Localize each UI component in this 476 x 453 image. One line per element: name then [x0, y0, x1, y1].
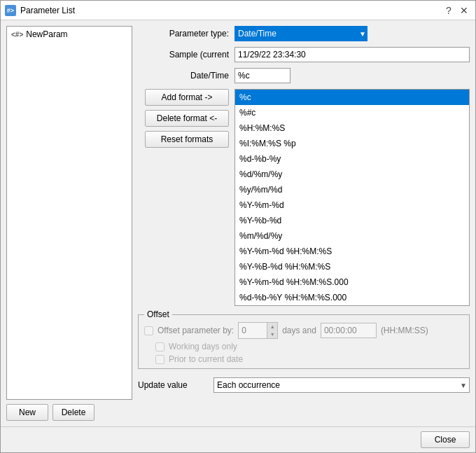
format-list-item[interactable]: %Y-%m-%d %H:%M:%S [235, 244, 469, 259]
param-type-select[interactable]: Date/Time [234, 26, 368, 41]
window-icon: #> [5, 5, 16, 16]
format-list-item[interactable]: %c [235, 90, 469, 105]
offset-checkbox[interactable] [144, 326, 153, 335]
window-title: Parameter List [20, 6, 75, 15]
format-list-item[interactable]: %Y-%m-%d [235, 197, 469, 213]
sample-row: Sample (current 11/29/22 23:34:30 [138, 47, 470, 62]
format-list-item[interactable]: %d/%m/%y [235, 167, 469, 182]
delete-button[interactable]: Delete [52, 404, 94, 421]
format-list-item[interactable]: %#c [235, 105, 469, 120]
add-format-button[interactable]: Add format -> [145, 89, 229, 106]
update-value-select[interactable]: Each occurrence Once On open [214, 377, 470, 393]
offset-spinner: ▲ ▼ [267, 323, 277, 338]
reset-formats-button[interactable]: Reset formats [145, 131, 229, 148]
working-days-checkbox [155, 342, 164, 351]
format-list-item[interactable]: %Y-%b-%d [235, 213, 469, 228]
offset-days-label: days and [282, 326, 316, 335]
datetime-row: Date/Time [138, 68, 470, 83]
param-tag: <#> [11, 31, 23, 39]
param-type-select-wrapper: Date/Time ▼ [234, 26, 368, 41]
new-button[interactable]: New [6, 404, 48, 421]
sample-value: 11/29/22 23:34:30 [234, 47, 470, 62]
format-section: Add format -> Delete format <- Reset for… [138, 89, 470, 306]
offset-group: Offset Offset parameter by: ▲ ▼ days and… [138, 314, 470, 369]
format-list-item[interactable]: %Y-%m-%d %H:%M:%S.000 [235, 274, 469, 290]
list-item[interactable]: <#> NewParam [8, 28, 130, 41]
update-value-label: Update value [138, 380, 208, 390]
working-days-label: Working days only [169, 342, 237, 351]
prior-date-row: Prior to current date [155, 354, 463, 364]
format-list-item[interactable]: %I:%M:%S %p [235, 136, 469, 151]
bottom-bar: Close [1, 426, 475, 452]
format-buttons: Add format -> Delete format <- Reset for… [138, 89, 229, 306]
param-name: NewParam [26, 29, 67, 39]
format-list-item[interactable]: %y/%m/%d [235, 182, 469, 197]
format-list-item[interactable]: %H:%M:%S [235, 120, 469, 136]
title-bar-left: #> Parameter List [5, 5, 75, 16]
delete-format-button[interactable]: Delete format <- [145, 110, 229, 127]
working-days-row: Working days only [155, 342, 463, 351]
format-list-box[interactable]: %c%#c%H:%M:%S%I:%M:%S %p%d-%b-%y%d/%m/%y… [234, 89, 470, 306]
format-list-item[interactable]: %d-%b-%y [235, 151, 469, 167]
main-content: <#> NewParam New Delete Parameter type: … [1, 20, 475, 426]
param-type-row: Parameter type: Date/Time ▼ [138, 26, 470, 41]
offset-legend: Offset [144, 309, 172, 319]
offset-row: Offset parameter by: ▲ ▼ days and (HH:MM… [144, 322, 463, 339]
offset-checkbox-label: Offset parameter by: [158, 326, 234, 335]
offset-days-input [239, 323, 267, 338]
title-bar: #> Parameter List ? ✕ [1, 1, 475, 20]
format-list-item[interactable]: %Y-%B-%d %H:%M:%S [235, 259, 469, 274]
update-select-wrapper: Each occurrence Once On open ▼ [214, 377, 470, 393]
title-bar-controls: ? ✕ [442, 4, 471, 18]
spinner-down-button: ▼ [267, 330, 277, 338]
sample-label: Sample (current [138, 50, 229, 60]
right-panel: Parameter type: Date/Time ▼ Sample (curr… [138, 26, 470, 421]
prior-date-checkbox [155, 355, 164, 364]
window-close-button[interactable]: ✕ [457, 4, 471, 18]
update-value-row: Update value Each occurrence Once On ope… [138, 377, 470, 393]
offset-time-input [321, 323, 377, 338]
spinner-up-button: ▲ [267, 323, 277, 330]
format-list-item[interactable]: %d-%b-%Y %H:%M:%S.000 [235, 290, 469, 305]
param-type-label: Parameter type: [138, 29, 229, 39]
datetime-input[interactable] [234, 68, 290, 83]
offset-days-input-group: ▲ ▼ [238, 322, 278, 339]
datetime-label: Date/Time [138, 71, 229, 81]
prior-date-label: Prior to current date [169, 354, 243, 364]
parameter-list-box[interactable]: <#> NewParam [6, 26, 132, 400]
left-panel: <#> NewParam New Delete [6, 26, 132, 421]
help-button[interactable]: ? [442, 4, 456, 18]
left-panel-buttons: New Delete [6, 404, 132, 421]
close-button[interactable]: Close [421, 431, 470, 448]
format-list-item[interactable]: %m/%d/%y [235, 228, 469, 244]
offset-hint: (HH:MM:SS) [381, 326, 428, 335]
main-window: #> Parameter List ? ✕ <#> NewParam New D… [0, 0, 476, 453]
